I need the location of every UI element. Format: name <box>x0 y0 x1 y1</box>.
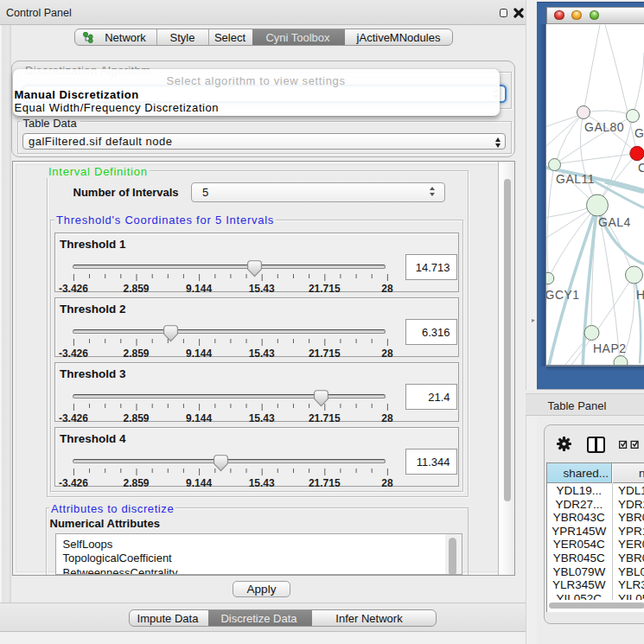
svg-text:GAL4: GAL4 <box>598 215 631 229</box>
svg-text:H: H <box>636 287 644 301</box>
svg-text:HAP2: HAP2 <box>593 341 627 354</box>
svg-text:C: C <box>638 160 644 174</box>
svg-text:GCY1: GCY1 <box>546 287 580 301</box>
svg-text:GAL2: GAL2 <box>634 125 644 139</box>
svg-text:GAL80: GAL80 <box>584 120 624 134</box>
svg-text:GAL11: GAL11 <box>556 171 595 185</box>
